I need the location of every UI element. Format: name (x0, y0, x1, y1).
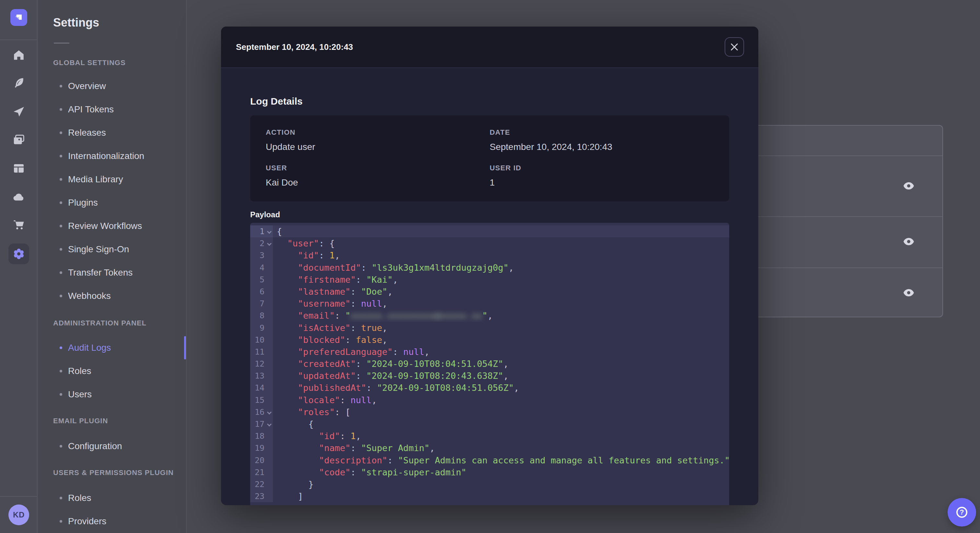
release-icon[interactable] (12, 105, 25, 118)
nav-section-heading: GLOBAL SETTINGS (38, 51, 186, 75)
sidebar-item-label: Overview (68, 81, 106, 91)
payload-label: Payload (250, 210, 729, 219)
sidebar-item-plugins[interactable]: Plugins (38, 191, 186, 214)
line-number: 17 (250, 418, 273, 430)
question-icon: ? (956, 507, 967, 518)
line-number: 16 (250, 406, 273, 418)
detail-label: DATE (490, 128, 714, 136)
view-log-button[interactable] (902, 179, 916, 193)
code-line-content: "name": "Super Admin", (273, 442, 729, 454)
sidebar-item-roles[interactable]: Roles (38, 486, 186, 510)
help-button[interactable]: ? (948, 498, 976, 527)
marketplace-icon[interactable] (12, 218, 25, 231)
line-number: 9 (250, 322, 273, 334)
code-line: 13 "updatedAt": "2024-09-10T08:20:43.638… (250, 370, 729, 382)
code-line-content: "description": "Super Admins can access … (273, 454, 729, 466)
code-line: 19 "name": "Super Admin", (250, 442, 729, 454)
bullet-icon (60, 85, 62, 87)
line-number: 11 (250, 346, 273, 358)
nav-section-heading: USERS & PERMISSIONS PLUGIN (38, 461, 186, 484)
bullet-icon (60, 346, 62, 349)
sidebar-item-label: API Tokens (68, 104, 114, 115)
code-line: 8 "email": "xxxxxx.xxxxxxxxx@xxxxx.xx", (250, 309, 729, 322)
detail-label: USER ID (490, 164, 714, 172)
bullet-icon (60, 132, 62, 134)
code-line: 11 "preferedLanguage": null, (250, 346, 729, 358)
detail-value: September 10, 2024, 10:20:43 (490, 141, 714, 153)
sidebar-item-internationalization[interactable]: Internationalization (38, 144, 186, 168)
code-line-content: "publishedAt": "2024-09-10T08:04:51.056Z… (273, 382, 729, 394)
nav-section-heading: EMAIL PLUGIN (38, 409, 186, 433)
content-type-builder-icon[interactable] (12, 162, 25, 175)
bullet-icon (60, 497, 62, 499)
code-line: 7 "username": null, (250, 298, 729, 309)
sidebar-item-transfer-tokens[interactable]: Transfer Tokens (38, 261, 186, 284)
sidebar-item-review-workflows[interactable]: Review Workflows (38, 214, 186, 238)
code-line: 18 "id": 1, (250, 430, 729, 442)
code-line-content: "updatedAt": "2024-09-10T08:20:43.638Z", (273, 370, 729, 382)
line-number: 7 (250, 298, 273, 309)
line-number: 6 (250, 286, 273, 298)
code-line-content: "id": 1, (273, 430, 729, 442)
detail-user-id: USER ID 1 (490, 164, 714, 189)
code-line-content: "id": 1, (273, 249, 729, 261)
sidebar-item-label: Plugins (68, 198, 98, 208)
detail-label: ACTION (266, 128, 490, 136)
close-button[interactable] (725, 37, 744, 57)
sidebar-item-webhooks[interactable]: Webhooks (38, 284, 186, 308)
code-line-content: "firstname": "Kai", (273, 274, 729, 286)
code-line: 21 "code": "strapi-super-admin" (250, 466, 729, 478)
code-line-content: "locale": null, (273, 394, 729, 406)
sidebar-item-configuration[interactable]: Configuration (38, 435, 186, 458)
sidebar-item-label: Roles (68, 493, 91, 503)
view-log-button[interactable] (902, 235, 916, 249)
rail-divider (0, 496, 38, 497)
content-manager-icon[interactable] (12, 76, 25, 89)
sidebar-item-label: Media Library (68, 174, 123, 185)
payload-code-editor[interactable]: 1{2 "user": {3 "id": 1,4 "documentId": "… (250, 223, 729, 505)
close-icon (731, 43, 738, 51)
sidebar-item-users[interactable]: Users (38, 383, 186, 406)
sidebar-item-media-library[interactable]: Media Library (38, 168, 186, 191)
modal-title: September 10, 2024, 10:20:43 (236, 42, 353, 52)
sidebar-item-providers[interactable]: Providers (38, 510, 186, 533)
eye-icon (903, 236, 915, 247)
sidebar-item-api-tokens[interactable]: API Tokens (38, 98, 186, 121)
line-number: 19 (250, 442, 273, 454)
line-number: 20 (250, 454, 273, 466)
strapi-logo[interactable] (10, 9, 27, 26)
code-line: 22 } (250, 478, 729, 490)
sidebar-item-overview[interactable]: Overview (38, 75, 186, 98)
code-line-content: "blocked": false, (273, 334, 729, 346)
sidebar-item-roles[interactable]: Roles (38, 359, 186, 383)
code-line-content: { (273, 418, 729, 430)
line-number: 21 (250, 466, 273, 478)
code-line: 3 "id": 1, (250, 249, 729, 261)
home-icon[interactable] (12, 49, 25, 62)
code-line: 9 "isActive": true, (250, 322, 729, 334)
sidebar-item-single-sign-on[interactable]: Single Sign-On (38, 238, 186, 261)
media-library-icon[interactable] (12, 133, 25, 146)
line-number: 10 (250, 334, 273, 346)
line-number: 1 (250, 225, 273, 237)
cloud-icon[interactable] (12, 190, 25, 203)
settings-gear-active[interactable] (8, 244, 29, 264)
sidebar-item-label: Roles (68, 366, 91, 376)
code-line: 23 ] (250, 490, 729, 502)
sidebar-item-label: Webhooks (68, 291, 111, 301)
avatar[interactable]: KD (8, 504, 29, 525)
bullet-icon (60, 155, 62, 157)
view-log-button[interactable] (902, 286, 916, 300)
sidebar-item-releases[interactable]: Releases (38, 121, 186, 144)
line-number: 2 (250, 237, 273, 249)
sidebar-item-audit-logs[interactable]: Audit Logs (38, 336, 186, 359)
code-line: 1{ (250, 225, 729, 237)
code-line-content: "documentId": "ls3uk3g1xm4ltdrdugzajg0g"… (273, 262, 729, 274)
code-line-content: ] (273, 490, 729, 502)
bullet-icon (60, 445, 62, 447)
bullet-icon (60, 393, 62, 396)
sidebar-item-label: Internationalization (68, 151, 144, 161)
bullet-icon (60, 370, 62, 373)
bullet-icon (60, 201, 62, 204)
detail-value: 1 (490, 177, 714, 189)
